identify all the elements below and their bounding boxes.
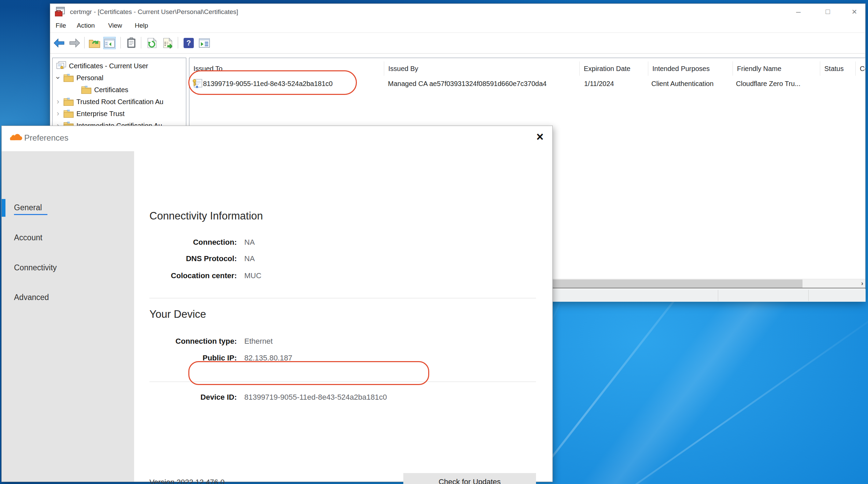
sidebar-item-account[interactable]: Account — [14, 233, 42, 242]
dns-protocol-label: DNS Protocol: — [186, 254, 237, 263]
sidebar-item-connectivity[interactable]: Connectivity — [14, 263, 57, 272]
preferences-content: Connectivity Information Connection: NA … — [134, 151, 552, 482]
column-header-friendly-name[interactable]: Friendly Name — [733, 61, 820, 76]
connection-value: NA — [244, 238, 255, 247]
console-tree-toggle-icon[interactable] — [103, 37, 116, 49]
tree-item-personal[interactable]: › Personal — [53, 72, 186, 84]
tree-item-label: Personal — [76, 74, 103, 82]
selected-tab-underline — [14, 214, 47, 215]
cell-intended-purposes: Client Authentication — [651, 78, 713, 89]
sort-ascending-icon — [285, 61, 291, 64]
toolbar: ? — [50, 33, 865, 54]
menu-help[interactable]: Help — [135, 22, 148, 29]
device-id-row: Device ID: 81399719-9055-11ed-8e43-524a2… — [134, 393, 552, 403]
export-list-icon[interactable] — [161, 37, 174, 49]
preferences-header: Preferences × — [2, 126, 552, 151]
statusbar-divider — [808, 290, 809, 301]
back-icon[interactable] — [53, 37, 65, 49]
refresh-icon[interactable] — [146, 37, 158, 49]
cell-friendly-name: Cloudflare Zero Tru... — [736, 78, 814, 89]
column-header-status[interactable]: Status — [820, 61, 856, 76]
chevron-right-icon[interactable]: › — [55, 97, 61, 106]
check-for-updates-button[interactable]: Check for Updates — [403, 473, 536, 484]
section-heading-connectivity: Connectivity Information — [149, 210, 263, 222]
colocation-value: MUC — [244, 271, 261, 280]
connection-label: Connection: — [193, 238, 237, 247]
menu-view[interactable]: View — [108, 22, 122, 29]
device-id-value: 81399719-9055-11ed-8e43-524a2ba181c0 — [244, 393, 387, 402]
toolbar-separator — [141, 37, 141, 48]
dns-protocol-row: DNS Protocol: NA — [134, 254, 552, 265]
column-header-issued-by[interactable]: Issued By — [384, 61, 580, 76]
section-heading-your-device: Your Device — [149, 308, 206, 321]
colocation-row: Colocation center: MUC — [134, 271, 552, 282]
connection-type-value: Ethernet — [244, 337, 273, 346]
clipboard-icon[interactable] — [125, 37, 138, 49]
tree-item-label: Trusted Root Certification Au — [76, 98, 163, 106]
dns-protocol-value: NA — [244, 254, 255, 263]
selected-tab-indicator — [2, 199, 5, 217]
scroll-right-icon[interactable]: › — [861, 279, 863, 288]
close-icon[interactable]: × — [536, 131, 544, 143]
chevron-down-icon[interactable]: › — [54, 75, 62, 81]
tree-item-trusted-root[interactable]: › Trusted Root Certification Au — [53, 96, 186, 108]
tree-item-certificates-current-user[interactable]: Certificates - Current User — [53, 60, 186, 72]
preferences-title: Preferences — [24, 133, 68, 143]
connection-row: Connection: NA — [134, 238, 552, 248]
device-id-label: Device ID: — [201, 393, 237, 402]
tree-item-enterprise-trust[interactable]: › Enterprise Trust — [53, 108, 186, 119]
sidebar-item-advanced[interactable]: Advanced — [14, 293, 49, 302]
column-header-expiration-date[interactable]: Expiration Date — [580, 61, 648, 76]
column-header-intended-purposes[interactable]: Intended Purposes — [648, 61, 733, 76]
connection-type-label: Connection type: — [175, 337, 237, 346]
colocation-label: Colocation center: — [171, 271, 237, 280]
show-window-icon[interactable] — [198, 37, 211, 49]
menu-bar: File Action View Help — [50, 20, 865, 33]
sidebar-item-general[interactable]: General — [14, 203, 42, 212]
statusbar-divider — [718, 290, 718, 301]
close-button[interactable]: × — [842, 4, 867, 20]
toolbar-separator — [84, 37, 85, 48]
cell-expiration-date: 1/11/2024 — [584, 78, 614, 89]
maximize-button[interactable]: □ — [815, 4, 840, 20]
section-divider — [149, 298, 536, 298]
title-bar[interactable]: certmgr - [Certificates - Current User\P… — [50, 4, 865, 20]
menu-file[interactable]: File — [56, 22, 66, 29]
cloudflare-logo-icon — [9, 133, 23, 143]
connection-type-row: Connection type: Ethernet — [134, 337, 552, 347]
chevron-right-icon[interactable]: › — [55, 109, 61, 118]
cell-issued-by: Managed CA ae57f03931324f08591d660e7c370… — [388, 78, 547, 89]
tree-item-label: Enterprise Trust — [76, 110, 125, 118]
menu-action[interactable]: Action — [77, 22, 95, 29]
annotation-ellipse-certificate — [188, 70, 357, 95]
preferences-sidebar: General Account Connectivity Advanced — [2, 151, 134, 482]
window-title: certmgr - [Certificates - Current User\P… — [70, 8, 238, 16]
minimize-button[interactable]: – — [786, 4, 811, 20]
help-icon[interactable]: ? — [183, 37, 195, 49]
up-one-level-icon[interactable] — [88, 37, 101, 49]
version-text: Version 2022.12.476.0 — [149, 478, 225, 484]
annotation-rect-device-id — [188, 361, 429, 385]
tree-item-certificates-selected[interactable]: Certificates — [53, 84, 186, 96]
preferences-dialog: Preferences × General Account Connectivi… — [1, 126, 553, 482]
column-header-certificate[interactable]: Ce — [856, 61, 866, 76]
forward-icon[interactable] — [69, 37, 81, 49]
tree-item-label: Certificates - Current User — [69, 62, 148, 70]
tree-item-label: Certificates — [94, 86, 128, 94]
toolbar-separator — [120, 37, 121, 48]
toolbar-separator — [178, 37, 178, 48]
certmgr-app-icon — [55, 6, 66, 17]
